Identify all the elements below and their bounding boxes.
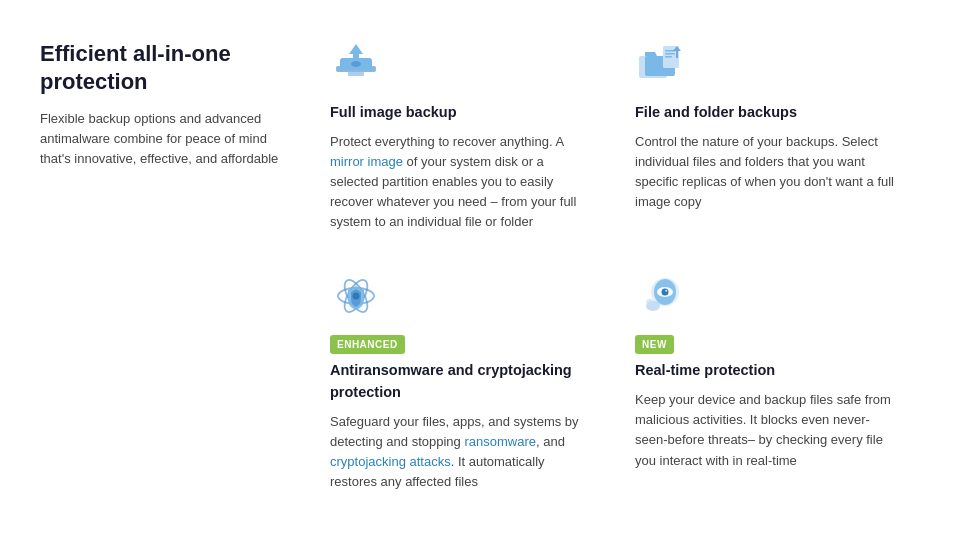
- antiransomware-body: Safeguard your files, apps, and systems …: [330, 412, 595, 493]
- left-panel: Efficient all-in-one protection Flexible…: [40, 30, 310, 523]
- file-folder-title: File and folder backups: [635, 102, 900, 124]
- backup-disk-icon: [330, 38, 382, 90]
- new-badge: NEW: [635, 335, 674, 354]
- main-heading: Efficient all-in-one protection: [40, 40, 280, 95]
- svg-rect-1: [348, 72, 364, 76]
- svg-marker-4: [349, 44, 363, 60]
- svg-point-20: [665, 290, 667, 292]
- file-folder-icon-wrapper: [635, 30, 900, 90]
- svg-point-3: [351, 61, 361, 67]
- antiransomware-icon: [330, 270, 382, 322]
- ransomware-link[interactable]: ransomware: [464, 434, 536, 449]
- svg-point-19: [662, 289, 669, 296]
- antiransomware-title: Antiransomware and cryptojacking protect…: [330, 360, 595, 404]
- card-full-image-backup: Full image backup Protect everything to …: [310, 30, 615, 262]
- full-image-backup-title: Full image backup: [330, 102, 595, 124]
- realtime-icon: [635, 270, 687, 322]
- cryptojacking-link[interactable]: cryptojacking attacks: [330, 454, 451, 469]
- main-grid: Efficient all-in-one protection Flexible…: [40, 30, 920, 523]
- card-file-folder-backups: File and folder backups Control the natu…: [615, 30, 920, 262]
- realtime-icon-wrapper: [635, 262, 900, 322]
- svg-point-15: [353, 293, 360, 300]
- card-antiransomware: ENHANCED Antiransomware and cryptojackin…: [310, 262, 615, 522]
- svg-rect-9: [665, 53, 675, 55]
- card-realtime-protection: NEW Real-time protection Keep your devic…: [615, 262, 920, 522]
- realtime-title: Real-time protection: [635, 360, 900, 382]
- file-folder-icon: [635, 38, 687, 90]
- antiransomware-icon-wrapper: [330, 262, 595, 322]
- mirror-image-link[interactable]: mirror image: [330, 154, 403, 169]
- svg-rect-10: [665, 56, 672, 58]
- full-image-backup-body: Protect everything to recover anything. …: [330, 132, 595, 233]
- realtime-body: Keep your device and backup files safe f…: [635, 390, 900, 471]
- enhanced-badge: ENHANCED: [330, 335, 405, 354]
- full-image-backup-icon-wrapper: [330, 30, 595, 90]
- svg-point-22: [646, 299, 654, 305]
- file-folder-body: Control the nature of your backups. Sele…: [635, 132, 900, 213]
- main-description: Flexible backup options and advanced ant…: [40, 109, 280, 169]
